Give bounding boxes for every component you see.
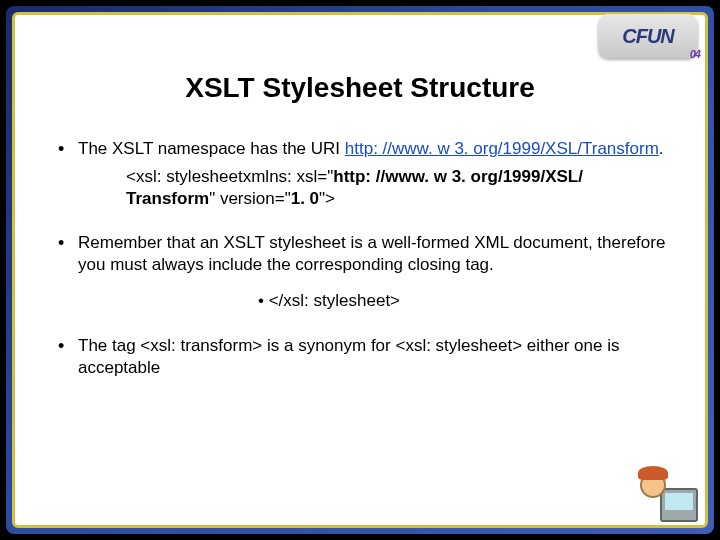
bullet-3-text: The tag <xsl: transform> is a synonym fo… (78, 336, 619, 377)
mascot-screen (665, 493, 693, 510)
bullet-2: Remember that an XSLT stylesheet is a we… (54, 232, 666, 312)
mascot-monitor (660, 488, 698, 522)
bullet-1-link[interactable]: http: //www. w 3. org/1999/XSL/Transform (345, 139, 659, 158)
bullet-2-sub: </xsl: stylesheet> (258, 290, 666, 312)
bullet-1-intro: The XSLT namespace has the URI (78, 139, 345, 158)
slide-content: XSLT Stylesheet Structure The XSLT names… (18, 18, 702, 522)
logo-subtext: 04 (690, 48, 700, 60)
code-mid: " version=" (209, 189, 291, 208)
logo-text: CFUN (622, 25, 674, 48)
cfun-logo: CFUN 04 (598, 14, 698, 58)
code-version: 1. 0 (291, 189, 319, 208)
bullet-1-period: . (659, 139, 664, 158)
bullet-2-text: Remember that an XSLT stylesheet is a we… (78, 233, 665, 274)
slide-title: XSLT Stylesheet Structure (44, 72, 676, 104)
bullet-1: The XSLT namespace has the URI http: //w… (54, 138, 666, 210)
code-open: <xsl: stylesheetxmlns: xsl=" (126, 167, 333, 186)
bullet-1-code: <xsl: stylesheetxmlns: xsl="http: //www.… (126, 166, 666, 210)
code-close: "> (319, 189, 335, 208)
mascot-hair (638, 466, 668, 480)
bullet-list: The XSLT namespace has the URI http: //w… (44, 138, 676, 379)
mascot-image (638, 462, 698, 522)
bullet-3: The tag <xsl: transform> is a synonym fo… (54, 335, 666, 379)
